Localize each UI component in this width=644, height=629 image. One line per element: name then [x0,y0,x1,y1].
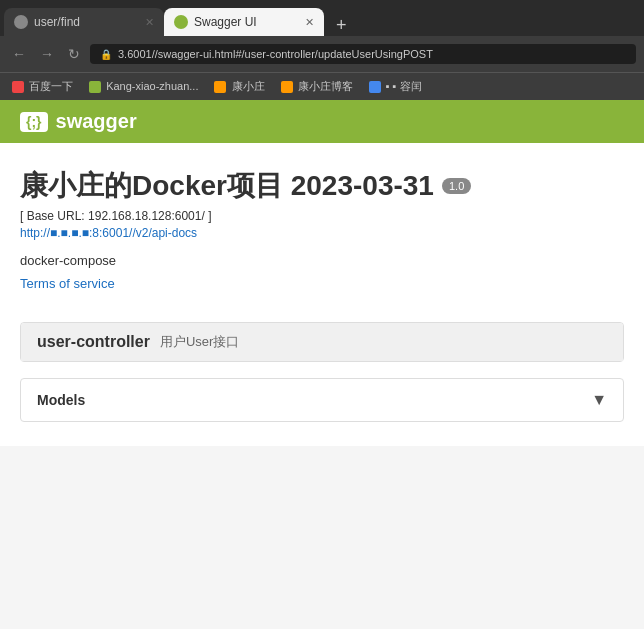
bookmark-kang1[interactable]: Kang-xiao-zhuan... [85,78,202,95]
bookmarks-bar: 百度一下 Kang-xiao-zhuan... 康小庄 康小庄博客 ▪ ▪ 容闰 [0,72,644,100]
models-header[interactable]: Models ▼ [21,379,623,421]
new-tab-button[interactable]: + [328,15,355,36]
url-input[interactable]: 🔒 3.6001//swagger-ui.html#/user-controll… [90,44,636,64]
tab-user-find[interactable]: user/find ✕ [4,8,164,36]
bookmark-other[interactable]: ▪ ▪ 容闰 [365,77,426,96]
tab-label-active: Swagger UI [194,15,257,29]
bookmark-label-other: ▪ ▪ 容闰 [386,80,422,92]
bookmark-label-kang1: Kang-xiao-zhuan... [106,80,198,92]
bookmark-favicon-kang1 [89,81,101,93]
bookmark-kang3[interactable]: 康小庄博客 [277,77,357,96]
version-badge: 1.0 [442,178,471,194]
terms-of-service-link[interactable]: Terms of service [20,276,115,291]
swagger-bracket-icon: {;} [20,112,48,132]
tab-swagger-ui[interactable]: Swagger UI ✕ [164,8,324,36]
api-title-row: 康小庄的Docker项目 2023-03-31 1.0 [20,167,624,205]
main-content: 康小庄的Docker项目 2023-03-31 1.0 [ Base URL: … [0,143,644,446]
bookmark-baidu[interactable]: 百度一下 [8,77,77,96]
swagger-content: 康小庄的Docker项目 2023-03-31 1.0 [ Base URL: … [0,143,644,446]
swagger-header: {;} swagger [0,100,644,143]
bookmark-label-kang3: 康小庄博客 [298,80,353,92]
tab-favicon-active [174,15,188,29]
refresh-button[interactable]: ↻ [64,44,84,64]
tab-label-inactive: user/find [34,15,80,29]
address-bar: ← → ↻ 🔒 3.6001//swagger-ui.html#/user-co… [0,36,644,72]
bookmark-favicon-kang2 [214,81,226,93]
tab-bar: user/find ✕ Swagger UI ✕ + [0,0,644,36]
controller-section: user-controller 用户User接口 [20,322,624,362]
api-docs-link[interactable]: http://■.■.■.■:8:6001//v2/api-docs [20,226,197,240]
bookmark-label-baidu: 百度一下 [29,80,73,92]
tab-close-inactive[interactable]: ✕ [145,16,154,29]
forward-button[interactable]: → [36,44,58,64]
swagger-logo: {;} swagger [20,110,137,133]
bookmark-label-kang2: 康小庄 [232,80,265,92]
models-chevron-icon: ▼ [591,391,607,409]
tab-favicon-inactive [14,15,28,29]
tab-close-active[interactable]: ✕ [305,16,314,29]
base-url: [ Base URL: 192.168.18.128:6001/ ] [20,209,624,223]
controller-title: user-controller [37,333,150,351]
bookmark-favicon-baidu [12,81,24,93]
controller-header[interactable]: user-controller 用户User接口 [21,323,623,361]
models-section: Models ▼ [20,378,624,422]
models-title: Models [37,392,85,408]
controller-description: 用户User接口 [160,333,239,351]
api-description: docker-compose [20,253,624,268]
back-button[interactable]: ← [8,44,30,64]
url-text: 3.6001//swagger-ui.html#/user-controller… [118,48,433,60]
browser-chrome: user/find ✕ Swagger UI ✕ + ← → ↻ 🔒 3.600… [0,0,644,100]
lock-icon: 🔒 [100,49,112,60]
swagger-logo-text: swagger [56,110,137,133]
bookmark-kang2[interactable]: 康小庄 [210,77,268,96]
api-title: 康小庄的Docker项目 2023-03-31 [20,167,434,205]
bookmark-favicon-other [369,81,381,93]
bookmark-favicon-kang3 [281,81,293,93]
